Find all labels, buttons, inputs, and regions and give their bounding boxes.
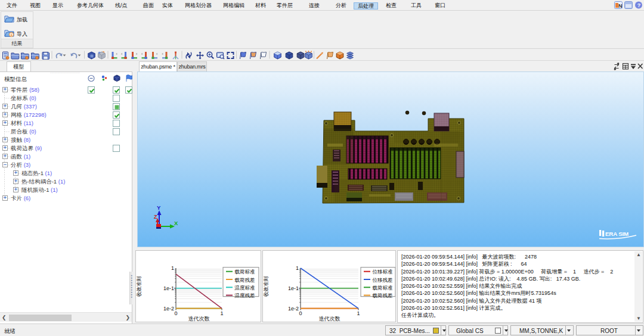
svg-text:载荷残差: 载荷残差 (373, 293, 393, 298)
svg-text:载荷残差: 载荷残差 (235, 277, 255, 283)
svg-text:0: 0 (174, 310, 177, 316)
svg-text:N: N (618, 3, 623, 9)
svg-text:收敛准则: 收敛准则 (136, 276, 142, 297)
svg-text:ERA SIM: ERA SIM (605, 231, 628, 237)
svg-text:1: 1 (357, 310, 360, 316)
svg-text:1e-2: 1e-2 (288, 306, 299, 312)
svg-text:x: x (136, 52, 138, 55)
svg-text:X: X (174, 220, 178, 226)
svg-text:迭代次数: 迭代次数 (188, 316, 210, 322)
svg-text:收敛准则: 收敛准则 (263, 276, 269, 297)
svg-text:位移标准: 位移标准 (373, 269, 394, 275)
svg-text:x: x (121, 52, 123, 55)
svg-text:1e-1: 1e-1 (288, 285, 299, 291)
svg-text:x: x (162, 52, 163, 55)
svg-text:Y: Y (157, 204, 161, 211)
svg-text:1: 1 (296, 265, 299, 271)
svg-text:x: x (141, 52, 143, 55)
svg-text:?: ? (637, 2, 641, 8)
svg-text:x: x (156, 52, 158, 55)
svg-text:1e-1: 1e-1 (163, 285, 174, 291)
svg-text:0: 0 (299, 310, 302, 316)
svg-text:x: x (116, 52, 117, 55)
svg-text:位移残差: 位移残差 (373, 277, 393, 283)
svg-text:迭代次数: 迭代次数 (319, 316, 340, 322)
svg-text:1e-2: 1e-2 (163, 306, 174, 312)
svg-text:Z: Z (154, 214, 157, 220)
svg-text:1: 1 (171, 265, 174, 271)
svg-text:载荷标准: 载荷标准 (373, 285, 394, 291)
svg-text:温度残差: 温度残差 (234, 293, 255, 298)
svg-text:载荷标准: 载荷标准 (235, 269, 256, 275)
svg-text:1: 1 (220, 310, 223, 316)
svg-text:温度标准: 温度标准 (234, 285, 256, 291)
